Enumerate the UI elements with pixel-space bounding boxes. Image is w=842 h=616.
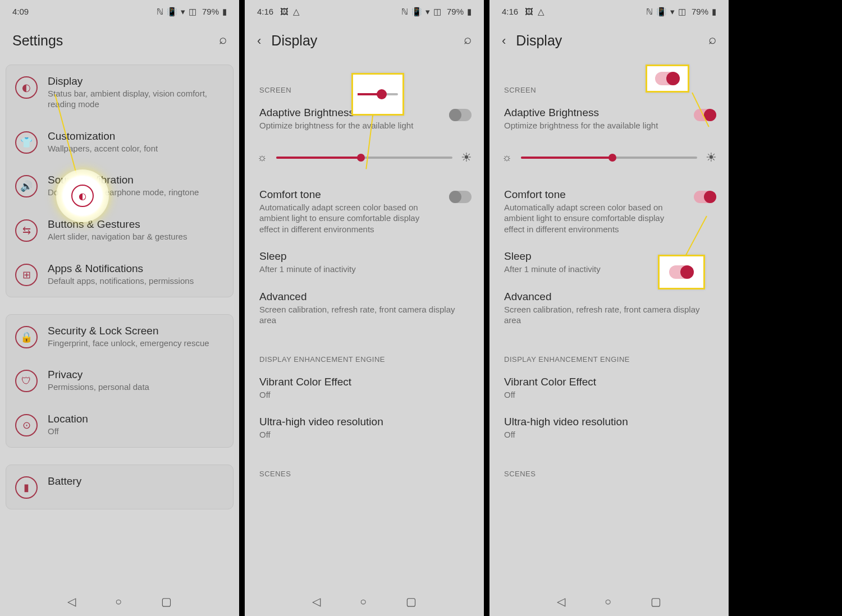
status-icons: ℕ 📳 ▾ ◫ 79% ▮ xyxy=(157,7,227,16)
nav-home[interactable]: ○ xyxy=(115,595,122,608)
header: ‹ Display ⌕ xyxy=(489,22,729,65)
apps-icon: ⊞ xyxy=(15,264,38,286)
back-icon[interactable]: ‹ xyxy=(257,34,261,48)
nav-recent[interactable]: ▢ xyxy=(651,595,661,608)
battery-text: 79% xyxy=(692,7,708,16)
vibrant-row[interactable]: Vibrant Color Effect Off xyxy=(245,368,484,408)
brightness-low-icon: ☼ xyxy=(256,151,268,164)
section-enhance-label: DISPLAY ENHANCEMENT ENGINE xyxy=(245,334,484,368)
settings-row-location[interactable]: ⊙ Location Off xyxy=(6,403,233,447)
battery-text: 79% xyxy=(447,7,464,16)
callout-highlight-display-icon: ◐ xyxy=(56,169,109,222)
settings-row-privacy[interactable]: 🛡 Privacy Permissions, personal data xyxy=(6,358,233,403)
comfort-tone-row[interactable]: Comfort tone Automatically adapt screen … xyxy=(489,181,729,243)
status-bar: 4:09 ℕ 📳 ▾ ◫ 79% ▮ xyxy=(0,0,239,22)
vibrate-icon: 📳 xyxy=(411,7,422,16)
display-icon: ◐ xyxy=(71,185,94,207)
nav-recent[interactable]: ▢ xyxy=(406,595,417,608)
status-time: 4:16 xyxy=(502,7,518,16)
vibrate-icon: 📳 xyxy=(656,7,667,16)
nav-bar: ◁ ○ ▢ xyxy=(0,587,239,616)
row-title: Apps & Notifications xyxy=(48,263,224,275)
adaptive-title: Adaptive Brightness xyxy=(504,107,714,119)
back-icon[interactable]: ‹ xyxy=(502,34,506,48)
advanced-row[interactable]: Advanced Screen calibration, refresh rat… xyxy=(245,283,484,334)
location-icon: ⊙ xyxy=(15,414,38,436)
row-title: Display xyxy=(48,75,224,88)
sound-icon: 🔊 xyxy=(15,175,38,197)
brightness-slider[interactable] xyxy=(521,157,697,159)
wifi-icon: ▾ xyxy=(425,7,430,16)
nfc-icon: ℕ xyxy=(401,7,408,16)
phone-screen-display: 4:16 🖼 △ ℕ 📳 ▾ ◫ 79% ▮ ‹ Display ⌕ SCREE… xyxy=(245,0,484,616)
battery-icon: ▮ xyxy=(15,476,38,499)
section-scenes-label: SCENES xyxy=(489,448,729,482)
wifi-icon: ▾ xyxy=(670,7,675,16)
settings-row-display[interactable]: ◐ Display Status bar, ambient display, v… xyxy=(6,65,233,120)
comfort-title: Comfort tone xyxy=(504,189,714,201)
settings-row-sound[interactable]: 🔊 Sound & Vibration Do not disturb, earp… xyxy=(6,164,233,208)
search-icon[interactable]: ⌕ xyxy=(708,31,716,47)
comfort-toggle[interactable] xyxy=(449,191,472,203)
battery-text: 79% xyxy=(202,7,219,16)
nav-bar: ◁ ○ ▢ xyxy=(489,587,729,616)
adaptive-sub: Optimize brightness for the available li… xyxy=(259,120,469,131)
cloud-icon: △ xyxy=(293,7,300,16)
comfort-sub: Automatically adapt screen color based o… xyxy=(259,202,469,235)
nav-recent[interactable]: ▢ xyxy=(161,595,172,608)
shirt-icon: 👕 xyxy=(15,131,38,154)
callout-highlight-toggle-bottom xyxy=(658,255,705,289)
advanced-row[interactable]: Advanced Screen calibration, refresh rat… xyxy=(489,283,729,334)
page-title: Display xyxy=(271,33,317,49)
row-sub: Status bar, ambient display, vision comf… xyxy=(48,89,224,110)
advanced-sub: Screen calibration, refresh rate, front … xyxy=(504,304,714,326)
nav-back[interactable]: ◁ xyxy=(67,595,76,608)
settings-row-security[interactable]: 🔒 Security & Lock Screen Fingerprint, fa… xyxy=(6,315,233,359)
settings-row-battery[interactable]: ▮ Battery xyxy=(6,465,233,509)
battery-icon: ▮ xyxy=(712,7,716,16)
search-icon[interactable]: ⌕ xyxy=(464,31,472,47)
callout-highlight-toggle-top xyxy=(646,65,689,93)
sleep-sub: After 1 minute of inactivity xyxy=(259,264,469,275)
vibrant-row[interactable]: Vibrant Color Effect Off xyxy=(489,368,729,408)
vibrant-title: Vibrant Color Effect xyxy=(504,376,714,388)
section-enhance-label: DISPLAY ENHANCEMENT ENGINE xyxy=(489,334,729,368)
page-title: Display xyxy=(516,33,562,49)
comfort-title: Comfort tone xyxy=(259,189,469,201)
status-time: 4:09 xyxy=(12,7,29,16)
comfort-sub: Automatically adapt screen color based o… xyxy=(504,202,714,235)
nfc-icon: ℕ xyxy=(646,7,653,16)
sleep-title: Sleep xyxy=(259,250,469,263)
nfc-icon: ℕ xyxy=(157,7,163,16)
adaptive-sub: Optimize brightness for the available li… xyxy=(504,120,714,131)
nav-back[interactable]: ◁ xyxy=(312,595,321,608)
brightness-slider[interactable] xyxy=(276,157,452,159)
vibrant-sub: Off xyxy=(504,389,714,401)
ultra-title: Ultra-high video resolution xyxy=(504,416,714,428)
no-sim-icon: ◫ xyxy=(678,7,686,16)
brightness-slider-row: ☼ ☀ xyxy=(489,139,729,181)
settings-row-customization[interactable]: 👕 Customization Wallpapers, accent color… xyxy=(6,120,233,164)
ultra-row[interactable]: Ultra-high video resolution Off xyxy=(489,408,729,448)
row-sub: Off xyxy=(48,426,224,437)
battery-icon: ▮ xyxy=(222,7,227,16)
ultra-row[interactable]: Ultra-high video resolution Off xyxy=(245,408,484,448)
settings-row-apps[interactable]: ⊞ Apps & Notifications Default apps, not… xyxy=(6,252,233,297)
no-sim-icon: ◫ xyxy=(433,7,441,16)
settings-row-buttons[interactable]: ⇆ Buttons & Gestures Alert slider, navig… xyxy=(6,208,233,252)
comfort-toggle[interactable] xyxy=(694,191,716,203)
sleep-row[interactable]: Sleep After 1 minute of inactivity xyxy=(245,242,484,283)
header: Settings ⌕ xyxy=(0,22,239,65)
search-icon[interactable]: ⌕ xyxy=(219,31,227,47)
nav-back[interactable]: ◁ xyxy=(557,595,565,608)
settings-group-1: ◐ Display Status bar, ambient display, v… xyxy=(6,65,234,297)
nav-home[interactable]: ○ xyxy=(360,595,367,608)
row-title: Privacy xyxy=(48,369,224,381)
adaptive-brightness-row[interactable]: Adaptive Brightness Optimize brightness … xyxy=(489,99,729,139)
nav-home[interactable]: ○ xyxy=(605,595,611,608)
brightness-high-icon: ☀ xyxy=(460,151,473,164)
row-title: Security & Lock Screen xyxy=(48,325,224,337)
brightness-low-icon: ☼ xyxy=(501,151,513,164)
adaptive-toggle[interactable] xyxy=(449,109,472,121)
comfort-tone-row[interactable]: Comfort tone Automatically adapt screen … xyxy=(245,181,484,243)
